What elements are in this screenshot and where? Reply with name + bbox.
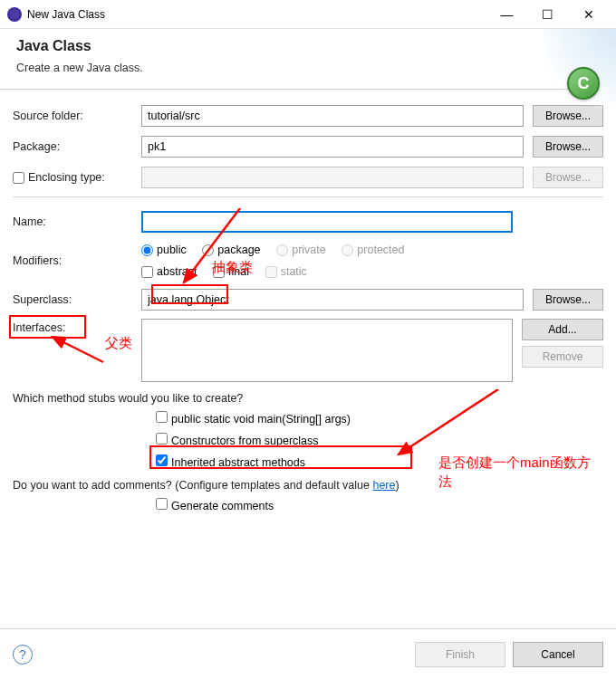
configure-templates-link[interactable]: here — [372, 479, 395, 492]
comments-question: Do you want to add comments? (Configure … — [13, 479, 603, 492]
method-stubs-question: Which method stubs would you like to cre… — [13, 392, 603, 405]
eclipse-icon — [7, 7, 22, 22]
generate-comments-checkbox[interactable]: Generate comments — [156, 497, 591, 515]
main-method-checkbox[interactable]: public static void main(String[] args) — [156, 410, 591, 428]
form-content: Source folder: Browse... Package: Browse… — [0, 90, 616, 528]
superclass-input[interactable] — [141, 289, 524, 311]
finish-button: Finish — [415, 642, 505, 667]
modifier-protected-radio: protected — [342, 241, 404, 259]
cancel-button[interactable]: Cancel — [513, 642, 603, 667]
package-input[interactable] — [141, 136, 524, 158]
close-button[interactable]: ✕ — [568, 0, 609, 29]
page-desc: Create a new Java class. — [16, 62, 600, 74]
interfaces-list[interactable] — [141, 319, 513, 382]
enclosing-type-label: Enclosing type: — [28, 168, 105, 186]
minimize-button[interactable]: — — [486, 0, 527, 29]
superclass-browse-button[interactable]: Browse... — [533, 289, 603, 311]
interfaces-remove-button: Remove — [522, 346, 603, 368]
enclosing-type-input — [141, 167, 524, 188]
name-input[interactable] — [141, 211, 513, 233]
inherited-methods-checkbox[interactable]: Inherited abstract methods — [156, 454, 591, 472]
interfaces-label: Interfaces: — [13, 319, 141, 334]
maximize-button[interactable]: ☐ — [527, 0, 568, 29]
enclosing-type-checkbox[interactable]: Enclosing type: — [13, 168, 105, 186]
separator — [13, 196, 603, 197]
modifier-public-radio[interactable]: public — [141, 241, 187, 259]
window-title: New Java Class — [27, 8, 486, 21]
superclass-label: Superclass: — [13, 293, 141, 306]
modifier-private-radio: private — [276, 241, 326, 259]
enclosing-type-browse-button: Browse... — [533, 167, 603, 188]
source-folder-label: Source folder: — [13, 110, 141, 122]
modifier-abstract-checkbox[interactable]: abstract — [141, 263, 197, 281]
dialog-footer: ? Finish Cancel — [0, 628, 616, 679]
help-icon[interactable]: ? — [13, 645, 33, 665]
wizard-header: Java Class Create a new Java class. C — [0, 29, 616, 90]
modifiers-label: Modifiers: — [13, 254, 141, 267]
page-title: Java Class — [16, 38, 600, 54]
titlebar: New Java Class — ☐ ✕ — [0, 0, 616, 29]
name-label: Name: — [13, 215, 141, 228]
class-type-icon: C — [567, 67, 600, 100]
package-browse-button[interactable]: Browse... — [533, 136, 603, 158]
constructors-checkbox[interactable]: Constructors from superclass — [156, 432, 591, 450]
modifier-package-radio[interactable]: package — [202, 241, 260, 259]
modifier-final-checkbox[interactable]: final — [213, 263, 249, 281]
modifier-static-checkbox: static — [265, 263, 307, 281]
source-folder-input[interactable] — [141, 105, 524, 127]
interfaces-add-button[interactable]: Add... — [522, 319, 603, 340]
package-label: Package: — [13, 140, 141, 153]
